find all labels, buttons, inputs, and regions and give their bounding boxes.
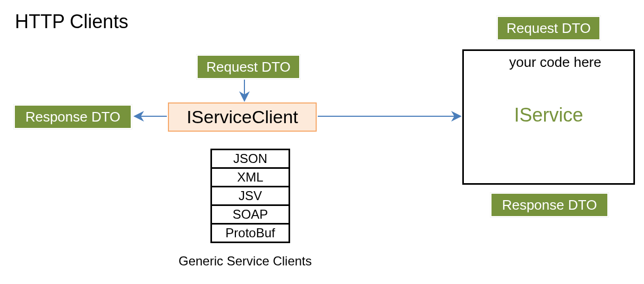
response-dto-box-right: Response DTO	[490, 193, 608, 217]
stack-row: JSON	[212, 150, 289, 169]
request-dto-box-left: Request DTO	[197, 55, 300, 79]
iservice-client-box: IServiceClient	[168, 102, 317, 132]
protocol-stack: JSON XML JSV SOAP ProtoBuf	[210, 149, 290, 243]
stack-caption: Generic Service Clients	[179, 254, 312, 269]
request-dto-box-right: Request DTO	[497, 16, 600, 40]
iservice-container: your code here IService	[462, 49, 635, 185]
stack-row: XML	[212, 169, 289, 187]
stack-row: SOAP	[212, 206, 289, 225]
your-code-here-label: your code here	[502, 54, 608, 71]
stack-row: ProtoBuf	[212, 225, 289, 242]
iservice-label: IService	[464, 104, 633, 126]
response-dto-box-left: Response DTO	[14, 105, 132, 129]
stack-row: JSV	[212, 187, 289, 206]
page-title: HTTP Clients	[15, 11, 128, 33]
